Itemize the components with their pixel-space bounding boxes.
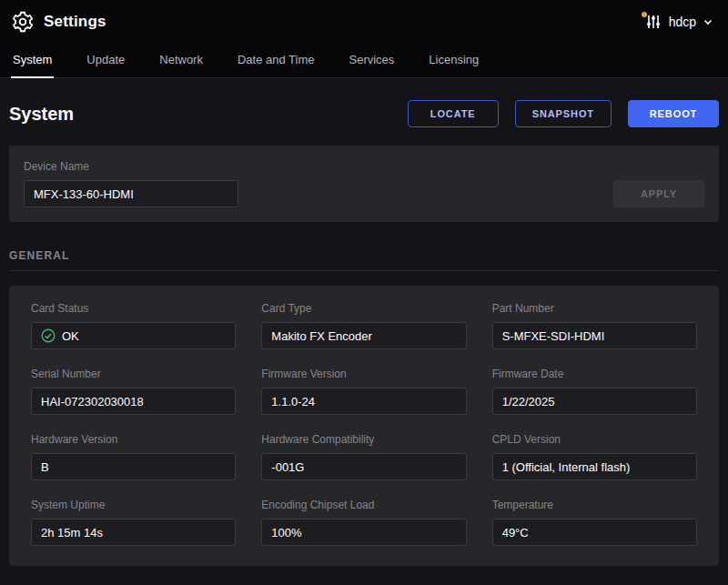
tab-services[interactable]: Services	[348, 53, 397, 77]
field-value-box: 1 (Official, Internal flash)	[492, 453, 697, 480]
tab-date-and-time[interactable]: Date and Time	[236, 53, 317, 77]
field-value: Makito FX Encoder	[271, 329, 372, 343]
page-title: System	[9, 104, 74, 125]
page-header: System LOCATESNAPSHOTREBOOT	[9, 100, 719, 127]
tab-update[interactable]: Update	[85, 53, 126, 77]
field-hardware-version: Hardware VersionB	[31, 433, 236, 480]
sliders-icon	[644, 13, 662, 31]
field-value: 1.1.0-24	[271, 395, 315, 408]
field-label: Temperature	[492, 499, 697, 511]
field-value: 2h 15m 14s	[41, 526, 103, 540]
tab-licensing[interactable]: Licensing	[427, 53, 480, 77]
device-name-group: Device Name	[24, 160, 238, 207]
field-encoding-chipset-load: Encoding Chipset Load100%	[261, 499, 466, 546]
field-value-box: Makito FX Encoder	[261, 322, 466, 349]
field-value-box: 1/22/2025	[492, 388, 697, 415]
gear-icon	[11, 10, 35, 34]
field-value-box: OK	[31, 322, 236, 349]
field-firmware-version: Firmware Version1.1.0-24	[261, 368, 466, 415]
field-system-uptime: System Uptime2h 15m 14s	[31, 499, 236, 546]
check-circle-icon	[41, 328, 56, 343]
field-card-type: Card TypeMakito FX Encoder	[261, 302, 466, 349]
field-label: CPLD Version	[492, 433, 697, 446]
main-content: System LOCATESNAPSHOTREBOOT Device Name …	[0, 100, 728, 566]
field-serial-number: Serial NumberHAI-072302030018	[31, 368, 236, 415]
field-value: -001G	[271, 460, 304, 474]
locate-button[interactable]: LOCATE	[408, 100, 499, 127]
field-label: Serial Number	[31, 368, 236, 380]
field-value: 1/22/2025	[502, 395, 555, 408]
app-header: Settings hdcp	[0, 0, 728, 44]
header-left: Settings	[11, 10, 106, 34]
field-value: 100%	[271, 526, 301, 540]
chevron-down-icon	[703, 16, 713, 27]
field-label: Part Number	[492, 302, 697, 315]
field-cpld-version: CPLD Version1 (Official, Internal flash)	[492, 433, 697, 480]
field-label: Hardware Version	[31, 433, 236, 446]
field-value-box: B	[31, 453, 236, 480]
field-value: B	[41, 460, 49, 474]
user-menu[interactable]: hdcp	[644, 13, 713, 31]
apply-button[interactable]: APPLY	[613, 180, 704, 207]
field-part-number: Part NumberS-MFXE-SDI-HDMI	[492, 302, 697, 349]
user-menu-label: hdcp	[669, 15, 696, 29]
field-value-box: -001G	[261, 453, 466, 480]
notification-dot	[642, 12, 647, 17]
field-hardware-compatibility: Hardware Compatibility-001G	[261, 433, 466, 480]
reboot-button[interactable]: REBOOT	[628, 100, 719, 127]
general-grid: Card StatusOKCard TypeMakito FX EncoderP…	[9, 286, 719, 566]
field-value: OK	[62, 329, 79, 343]
field-value-box: HAI-072302030018	[31, 388, 236, 415]
field-value-box: 100%	[261, 519, 466, 546]
page-title-settings: Settings	[44, 13, 106, 31]
device-name-input[interactable]	[24, 180, 238, 207]
field-label: Firmware Date	[492, 368, 697, 380]
field-firmware-date: Firmware Date1/22/2025	[492, 368, 697, 415]
field-value: 49°C	[502, 526, 529, 540]
device-name-label: Device Name	[24, 160, 238, 173]
field-value: S-MFXE-SDI-HDMI	[502, 329, 605, 343]
field-value-box: 2h 15m 14s	[31, 519, 236, 546]
tab-network[interactable]: Network	[157, 53, 205, 77]
field-card-status: Card StatusOK	[31, 302, 236, 349]
page-actions: LOCATESNAPSHOTREBOOT	[408, 100, 719, 127]
field-value: 1 (Official, Internal flash)	[502, 460, 631, 474]
field-label: Card Type	[261, 302, 466, 315]
field-value-box: S-MFXE-SDI-HDMI	[492, 322, 697, 349]
general-section-header: GENERAL	[9, 249, 719, 271]
field-value-box: 1.1.0-24	[261, 388, 466, 415]
device-name-card: Device Name APPLY	[9, 146, 719, 222]
tab-bar: SystemUpdateNetworkDate and TimeServices…	[0, 44, 728, 78]
field-label: System Uptime	[31, 499, 236, 511]
snapshot-button[interactable]: SNAPSHOT	[515, 100, 612, 127]
field-value: HAI-072302030018	[41, 395, 144, 408]
field-label: Firmware Version	[261, 368, 466, 380]
field-label: Card Status	[31, 302, 236, 315]
field-temperature: Temperature49°C	[492, 499, 697, 546]
tab-system[interactable]: System	[11, 53, 54, 77]
field-label: Hardware Compatibility	[261, 433, 466, 446]
field-label: Encoding Chipset Load	[261, 499, 466, 511]
field-value-box: 49°C	[492, 519, 697, 546]
